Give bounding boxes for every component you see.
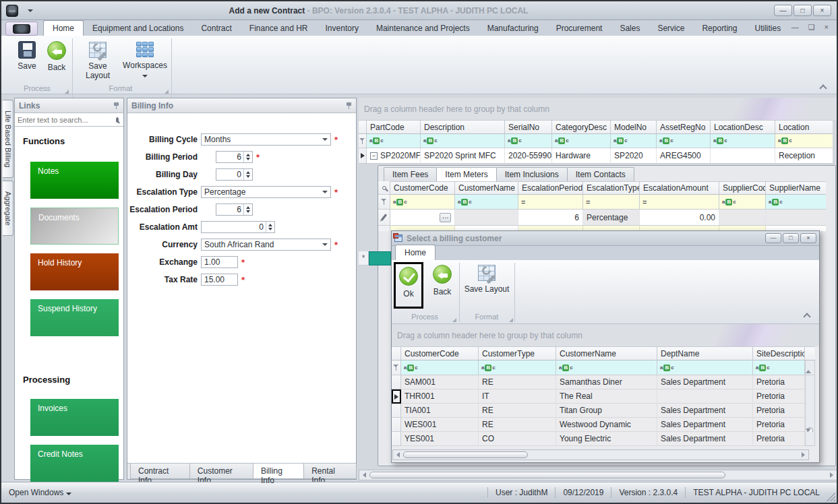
table-row[interactable]: −SP2020MFC SP2020 Sprint MFC 2020-559900… xyxy=(359,148,837,164)
tab-home[interactable]: Home xyxy=(43,20,84,36)
table-row[interactable]: WES001 RE Westwood Dynamic Sales Departm… xyxy=(392,418,819,432)
scroll-right-icon[interactable] xyxy=(802,452,805,458)
filter-cell[interactable]: aBc xyxy=(505,134,552,148)
column-header-suppliercode[interactable]: SupplierCode xyxy=(719,181,766,195)
mdi-minimize-icon[interactable]: — xyxy=(791,23,799,32)
ok-button[interactable]: Ok xyxy=(394,262,423,309)
workspaces-button[interactable]: Workspaces xyxy=(123,40,167,80)
column-header-suppliername[interactable]: SupplierName xyxy=(766,181,826,195)
escalation-type-cell[interactable]: Percentage xyxy=(583,210,640,226)
billing-period-stepper[interactable]: 6 xyxy=(216,151,253,163)
main-grid-new-row[interactable]: * xyxy=(359,251,391,265)
tab-procurement[interactable]: Procurement xyxy=(547,21,611,36)
column-header-escalationtype[interactable]: EscalationType xyxy=(583,181,640,195)
table-row-selected[interactable]: THR001 IT The Real Pretoria xyxy=(392,389,819,404)
tab-contract[interactable]: Contract xyxy=(192,21,240,36)
tab-finance-and-hr[interactable]: Finance and HR xyxy=(241,21,317,36)
table-row[interactable]: SAM001 RE Samanthas Diner Sales Departme… xyxy=(392,375,819,389)
tab-rental-info[interactable]: Rental Info xyxy=(303,464,357,479)
collapse-ribbon-icon[interactable] xyxy=(803,313,810,320)
column-header-sitedescription[interactable]: SiteDescription xyxy=(753,346,805,360)
filter-cell[interactable]: aBc xyxy=(455,195,518,210)
column-header-serialno[interactable]: SerialNo xyxy=(505,120,552,134)
filter-cell[interactable]: aBc xyxy=(556,360,657,375)
format-group-launcher-icon[interactable] xyxy=(509,318,513,322)
tab-item-contacts[interactable]: Item Contacts xyxy=(567,167,634,181)
process-group-launcher-icon[interactable] xyxy=(65,90,69,94)
tab-equipment-and-locations[interactable]: Equipment and Locations xyxy=(84,21,192,36)
application-menu-button[interactable] xyxy=(5,22,38,36)
column-header-location[interactable]: Location xyxy=(775,120,833,134)
dialog-horizontal-scrollbar[interactable] xyxy=(392,449,809,460)
pin-icon[interactable] xyxy=(346,102,352,109)
minimize-button[interactable]: — xyxy=(774,5,792,16)
column-header-locationdesc[interactable]: LocationDesc xyxy=(711,120,775,134)
search-icon[interactable] xyxy=(116,117,119,123)
filter-cell[interactable]: aBc xyxy=(611,134,657,148)
sidetab-life-based-billing[interactable]: Life Based Billing xyxy=(3,100,13,178)
tax-rate-field[interactable]: 15.00 xyxy=(201,274,238,286)
collapse-row-icon[interactable]: − xyxy=(370,152,378,160)
filter-cell[interactable]: aBc xyxy=(753,360,805,375)
filter-cell[interactable]: aBc xyxy=(479,360,556,375)
column-header-customername[interactable]: CustomerName xyxy=(556,346,657,360)
lookup-ellipsis-button[interactable]: … xyxy=(440,213,451,222)
scroll-down-icon[interactable] xyxy=(806,429,811,441)
escalation-period-stepper[interactable]: 6 xyxy=(216,203,253,216)
escalation-period-cell[interactable]: 6 xyxy=(518,210,583,226)
dialog-group-by-panel[interactable]: Drag a column header here to group by th… xyxy=(392,324,819,346)
exchange-field[interactable]: 1.00 xyxy=(201,256,238,268)
scroll-left-icon[interactable] xyxy=(396,452,400,458)
scroll-right-icon[interactable] xyxy=(830,472,833,478)
billing-day-stepper[interactable]: 0 xyxy=(216,168,253,181)
filter-cell[interactable]: aBc xyxy=(711,134,775,148)
column-header-description[interactable]: Description xyxy=(421,120,505,134)
dialog-tab-home[interactable]: Home xyxy=(395,245,436,260)
filter-cell[interactable]: aBc xyxy=(719,195,766,210)
filter-cell[interactable]: aBc xyxy=(657,134,711,148)
table-row[interactable]: YES001 CO Young Electric Sales Departmen… xyxy=(392,432,819,446)
filter-cell[interactable]: aBc xyxy=(421,134,505,148)
dialog-close-button[interactable]: × xyxy=(800,233,816,243)
column-header-partcode[interactable]: PartCode xyxy=(367,120,421,134)
column-header-escalationperiod[interactable]: EscalationPeriod xyxy=(518,181,583,195)
hold-history-button[interactable]: Hold History xyxy=(30,253,119,290)
tab-manufacturing[interactable]: Manufacturing xyxy=(479,21,547,36)
maximize-button[interactable]: □ xyxy=(794,5,812,16)
mdi-restore-icon[interactable]: ❏ xyxy=(808,23,815,32)
sidetab-aggregate[interactable]: Aggregate xyxy=(3,181,13,236)
documents-button[interactable]: Documents xyxy=(30,208,119,245)
process-group-launcher-icon[interactable] xyxy=(452,318,456,322)
table-row[interactable]: TIA001 RE Titan Group Sales Department P… xyxy=(392,404,819,418)
filter-cell[interactable]: = xyxy=(518,195,583,210)
invoices-button[interactable]: Invoices xyxy=(30,399,119,436)
filter-cell[interactable]: aBc xyxy=(775,134,833,148)
billing-cycle-select[interactable]: Months xyxy=(201,133,331,146)
dialog-back-button[interactable]: Back xyxy=(427,262,457,296)
resize-grip[interactable] xyxy=(827,493,835,501)
tab-utilities[interactable]: Utilities xyxy=(746,21,789,36)
tab-item-inclusions[interactable]: Item Inclusions xyxy=(496,167,568,181)
back-button[interactable]: Back xyxy=(36,40,77,72)
column-header-modelno[interactable]: ModelNo xyxy=(611,120,657,134)
tab-billing-info[interactable]: Billing Info xyxy=(253,464,304,479)
filter-cell[interactable]: aBc xyxy=(390,195,455,210)
filter-cell[interactable]: = xyxy=(583,195,640,210)
column-header-assetregno[interactable]: AssetRegNo xyxy=(657,120,711,134)
currency-select[interactable]: South African Rand xyxy=(201,239,331,251)
credit-notes-button[interactable]: Credit Notes xyxy=(30,445,119,482)
tab-item-fees[interactable]: Item Fees xyxy=(384,167,437,181)
dialog-minimize-button[interactable]: — xyxy=(765,233,781,243)
column-header-customername[interactable]: CustomerName xyxy=(455,181,518,195)
collapse-ribbon-icon[interactable] xyxy=(819,84,827,92)
column-header-customercode[interactable]: CustomerCode xyxy=(401,346,479,360)
column-header-escalationamount[interactable]: EscalationAmount xyxy=(640,181,719,195)
tab-reporting[interactable]: Reporting xyxy=(693,21,746,36)
customer-code-cell[interactable]: … xyxy=(390,210,455,226)
mdi-close-icon[interactable]: × xyxy=(825,23,829,32)
tab-service[interactable]: Service xyxy=(649,21,693,36)
item-grid-edit-row[interactable]: … 6 Percentage 0.00 xyxy=(378,210,835,226)
filter-cell[interactable]: aBc xyxy=(367,134,421,148)
column-header-customertype[interactable]: CustomerType xyxy=(479,346,556,360)
tab-item-meters[interactable]: Item Meters xyxy=(436,167,496,181)
